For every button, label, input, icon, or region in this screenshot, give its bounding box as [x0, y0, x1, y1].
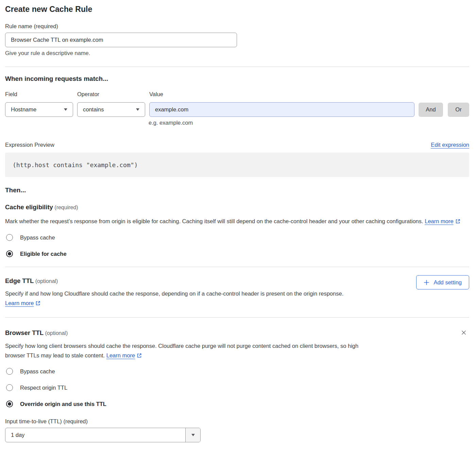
- edge-ttl-title: Edge TTL: [5, 277, 34, 284]
- rule-name-label: Rule name (required): [5, 23, 469, 30]
- browser-ttl-section: Browser TTL (optional) Specify how long …: [5, 329, 469, 442]
- radio-button[interactable]: [6, 401, 13, 407]
- cache-eligibility-description: Mark whether the request’s response from…: [5, 216, 469, 226]
- match-section-heading: When incoming requests match...: [5, 75, 469, 83]
- external-link-icon: [455, 219, 460, 224]
- rule-name-input[interactable]: [5, 33, 237, 47]
- radio-option-label: Bypass cache: [20, 368, 55, 375]
- edit-expression-link[interactable]: Edit expression: [431, 142, 469, 148]
- radio-option-bypass-cache-browser[interactable]: Bypass cache: [6, 368, 469, 375]
- rule-name-helper: Give your rule a descriptive name.: [5, 50, 469, 56]
- create-cache-rule-page: Create new Cache Rule Rule name (require…: [0, 0, 476, 448]
- ttl-input-label: Input time-to-live (TTL) (required): [5, 418, 469, 425]
- field-select-value: Hostname: [11, 106, 36, 113]
- edge-ttl-optional-badge: (optional): [35, 278, 58, 284]
- browser-ttl-optional-badge: (optional): [45, 330, 68, 336]
- value-helper: e.g. example.com: [149, 120, 469, 126]
- divider: [5, 317, 469, 318]
- expression-code-block: (http.host contains "example.com"): [5, 153, 469, 177]
- close-icon: [460, 329, 467, 336]
- cache-eligibility-title: Cache eligibility: [5, 204, 53, 211]
- operator-label: Operator: [77, 91, 149, 98]
- page-title: Create new Cache Rule: [5, 5, 469, 14]
- cache-eligibility-required-badge: (required): [54, 205, 78, 210]
- radio-option-override-origin-ttl[interactable]: Override origin and use this TTL: [6, 401, 469, 407]
- or-button[interactable]: Or: [448, 103, 469, 117]
- radio-option-label: Eligible for cache: [20, 251, 67, 257]
- chevron-down-icon: [136, 108, 139, 111]
- expression-preview-row: Expression Preview Edit expression: [5, 142, 469, 148]
- edge-ttl-section: Edge TTL (optional) Add setting Specify …: [5, 277, 469, 308]
- browser-ttl-title: Browser TTL: [5, 329, 44, 336]
- radio-option-eligible-for-cache[interactable]: Eligible for cache: [6, 250, 469, 257]
- learn-more-link[interactable]: Learn more: [5, 300, 40, 306]
- match-controls-row: Hostname contains And Or: [5, 102, 469, 117]
- field-select[interactable]: Hostname: [5, 102, 73, 117]
- match-labels-row: Field Operator Value: [5, 91, 469, 98]
- browser-ttl-heading-row: Browser TTL (optional): [5, 329, 469, 337]
- operator-select[interactable]: contains: [77, 102, 145, 117]
- and-button[interactable]: And: [419, 103, 443, 117]
- radio-option-bypass-cache[interactable]: Bypass cache: [6, 234, 469, 241]
- field-label: Field: [5, 91, 77, 98]
- radio-button[interactable]: [6, 384, 13, 391]
- divider: [5, 267, 469, 267]
- expression-preview-label: Expression Preview: [5, 142, 54, 148]
- browser-ttl-description: Specify how long client browsers should …: [5, 341, 379, 360]
- chevron-down-icon: [64, 108, 67, 111]
- edge-ttl-heading-row: Edge TTL (optional): [5, 277, 469, 285]
- add-setting-button[interactable]: Add setting: [416, 275, 469, 289]
- ttl-select[interactable]: 1 day: [5, 428, 201, 442]
- radio-button[interactable]: [6, 250, 13, 257]
- expression-code: (http.host contains "example.com"): [13, 161, 138, 169]
- value-input[interactable]: [149, 102, 414, 117]
- external-link-icon: [137, 353, 142, 358]
- then-heading: Then...: [5, 187, 469, 194]
- divider: [5, 67, 469, 67]
- radio-option-respect-origin-ttl[interactable]: Respect origin TTL: [6, 384, 469, 391]
- operator-select-value: contains: [83, 106, 104, 113]
- radio-button[interactable]: [6, 234, 13, 241]
- radio-option-label: Override origin and use this TTL: [20, 401, 106, 407]
- cache-eligibility-heading-row: Cache eligibility (required): [5, 204, 469, 211]
- plus-icon: [424, 280, 429, 285]
- radio-button[interactable]: [6, 368, 13, 375]
- remove-browser-ttl-button[interactable]: [459, 328, 469, 337]
- external-link-icon: [35, 301, 40, 306]
- ttl-select-value: 1 day: [5, 432, 185, 438]
- learn-more-link[interactable]: Learn more: [106, 352, 142, 358]
- learn-more-link[interactable]: Learn more: [425, 218, 460, 224]
- chevron-down-icon[interactable]: [185, 428, 200, 442]
- radio-option-label: Respect origin TTL: [20, 385, 67, 391]
- edge-ttl-description: Specify if and how long Cloudflare shoul…: [5, 289, 379, 308]
- value-label: Value: [149, 91, 163, 98]
- radio-option-label: Bypass cache: [20, 234, 55, 241]
